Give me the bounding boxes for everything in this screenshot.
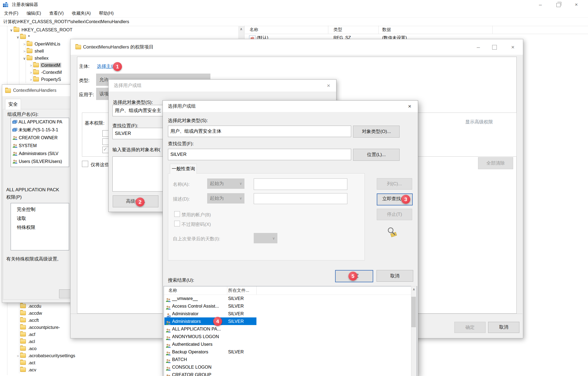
expander-icon[interactable]: > — [29, 62, 33, 69]
disabled-accounts-checkbox[interactable] — [174, 211, 180, 217]
menu-item[interactable]: 文件(F) — [0, 9, 22, 17]
tree-item[interactable]: >.acrobatsecuritysettings — [16, 352, 76, 359]
result-row[interactable]: AdministratorsSILVER — [164, 317, 412, 325]
permission-checkbox[interactable] — [102, 138, 109, 145]
tab-security[interactable]: 安全 — [5, 99, 21, 110]
permission-checkbox-checked[interactable] — [102, 147, 109, 153]
results-scrollbar[interactable]: ∧ — [411, 286, 417, 376]
group-item[interactable]: ALL APPLICATION PA — [11, 118, 69, 126]
tree-item[interactable]: .acv — [16, 366, 37, 373]
permission-item[interactable]: 读取 — [11, 214, 69, 223]
expander-icon[interactable]: > — [22, 41, 27, 48]
close-button[interactable]: × — [567, 0, 585, 9]
tree-item[interactable]: >PropertyS — [29, 76, 62, 83]
location-field[interactable]: SILVER — [168, 149, 351, 160]
expander-icon[interactable]: ∨ — [16, 34, 20, 41]
result-row[interactable]: CREATOR GROUP — [164, 371, 412, 376]
cancel-button[interactable]: 取消 — [488, 322, 519, 333]
result-row[interactable]: Authenticated Users — [164, 340, 412, 348]
minimize-button[interactable]: – — [470, 39, 486, 55]
tree-item[interactable]: .act — [16, 359, 36, 366]
result-row[interactable]: Backup OperatorsSILVER — [164, 348, 412, 356]
result-row[interactable]: BATCH — [164, 356, 412, 363]
select-front-titlebar[interactable]: 选择用户或组 × — [163, 101, 418, 112]
tree-item[interactable]: ∨* — [16, 33, 30, 40]
tree-item[interactable]: ∨shellex — [22, 54, 49, 62]
menu-item[interactable]: 查看(V) — [45, 9, 68, 17]
permission-item[interactable]: 完全控制 — [11, 205, 69, 214]
search-results-list[interactable]: 名称 所在文件... __vmware__SILVERAccess Contro… — [164, 286, 417, 376]
select-back-titlebar[interactable]: 选择用户或组 × — [109, 80, 336, 92]
locations-button[interactable]: 位置(L)... — [353, 149, 400, 161]
result-row[interactable]: AdministratorSILVER — [164, 310, 412, 317]
description-operator-combobox[interactable]: 起始为∨ — [207, 193, 244, 204]
group-item[interactable]: 未知帐户(S-1-15-3-1 — [11, 126, 69, 134]
permission-item[interactable]: 特殊权限 — [11, 223, 69, 232]
expander-icon[interactable]: ∨ — [22, 55, 27, 62]
tree-item[interactable]: >ContextM — [29, 62, 61, 69]
tree-item[interactable]: .accountpicture- — [16, 324, 61, 331]
result-row[interactable]: ALL APPLICATION PA... — [164, 325, 412, 333]
restore-button[interactable] — [549, 0, 567, 9]
name-input[interactable] — [254, 178, 347, 190]
address-bar[interactable]: 计算机\HKEY_CLASSES_ROOT\*\shellex\ContextM… — [0, 17, 588, 26]
close-button[interactable]: × — [323, 80, 335, 92]
expander-icon[interactable]: > — [16, 353, 20, 360]
expander-icon[interactable]: > — [29, 69, 33, 76]
results-col-name[interactable]: 名称 — [169, 286, 177, 295]
menu-item[interactable]: 收藏夹(A) — [68, 9, 95, 17]
tree-item[interactable]: .accdu — [16, 302, 42, 310]
groups-listbox[interactable]: ALL APPLICATION PA未知帐户(S-1-15-3-1CREATOR… — [11, 118, 69, 167]
description-input[interactable] — [254, 193, 347, 204]
nonexpiring-password-checkbox[interactable] — [174, 221, 180, 226]
column-header-data[interactable]: 数据 — [382, 26, 391, 34]
tree-item[interactable]: .acl — [16, 338, 36, 345]
clear-all-button[interactable]: 全部清除 — [478, 157, 513, 169]
object-type-field[interactable]: 用户、组或内置安全主体 — [168, 126, 351, 137]
menu-item[interactable]: 编辑(E) — [22, 9, 45, 17]
scroll-up-icon[interactable]: ∧ — [411, 286, 416, 292]
ok-button[interactable]: 确定 — [454, 322, 486, 333]
column-header-name[interactable]: 名称 — [250, 26, 258, 34]
close-button[interactable]: × — [403, 101, 416, 112]
column-divider[interactable] — [328, 26, 328, 34]
show-advanced-link[interactable]: 显示高级权限 — [465, 119, 493, 125]
maximize-icon[interactable] — [492, 45, 497, 50]
tree-item[interactable]: >OpenWithLis — [22, 40, 61, 47]
column-divider[interactable] — [227, 286, 227, 295]
scrollbar-thumb[interactable] — [411, 297, 416, 327]
expander-icon[interactable]: ∨ — [9, 27, 14, 34]
tab-common-queries[interactable]: 一般性查询 — [170, 164, 197, 174]
group-item[interactable]: SYSTEM — [11, 142, 69, 150]
menu-item[interactable]: 帮助(H) — [95, 9, 118, 17]
group-item[interactable]: Users (SILVER\Users) — [11, 157, 69, 165]
result-row[interactable]: __vmware__SILVER — [164, 295, 412, 302]
perm-entry-titlebar[interactable]: ContextMenuHandlers 的权限项目 – × — [71, 39, 523, 55]
tree-item[interactable]: .accdw — [16, 310, 43, 317]
tree-item[interactable]: .accft — [16, 317, 39, 324]
permission-checkbox[interactable] — [102, 130, 109, 137]
results-col-folder[interactable]: 所在文件... — [228, 286, 249, 295]
column-divider[interactable] — [492, 26, 493, 34]
result-row[interactable]: CONSOLE LOGON — [164, 363, 412, 371]
column-divider[interactable] — [378, 26, 379, 34]
cancel-button[interactable]: 取消 — [376, 270, 413, 282]
days-combobox[interactable]: ∨ — [254, 233, 277, 243]
group-item[interactable]: CREATOR OWNER — [11, 134, 69, 142]
result-row[interactable]: Access Control Assist...SILVER — [164, 302, 412, 310]
tree-item[interactable]: ∨HKEY_CLASSES_ROOT — [9, 26, 73, 33]
permissions-listbox[interactable]: 完全控制读取特殊权限 — [11, 203, 69, 250]
stop-button[interactable]: 停止(T) — [377, 209, 412, 220]
minimize-button[interactable]: – — [531, 0, 549, 9]
tree-item[interactable]: .aco — [16, 345, 37, 352]
column-header-type[interactable]: 类型 — [333, 26, 342, 34]
only-apply-checkbox[interactable] — [82, 161, 88, 167]
expander-icon[interactable]: > — [22, 48, 27, 55]
tree-item[interactable]: >-ContextM — [29, 69, 63, 76]
tree-item[interactable]: .acf — [16, 331, 36, 338]
expander-icon[interactable]: > — [29, 76, 33, 83]
columns-button[interactable]: 列(C)... — [377, 178, 412, 190]
result-row[interactable]: ANONYMOUS LOGON — [164, 333, 412, 340]
select-subject-link[interactable]: 选择主体 — [97, 63, 115, 69]
group-item[interactable]: Administrators (SILV — [11, 150, 69, 157]
